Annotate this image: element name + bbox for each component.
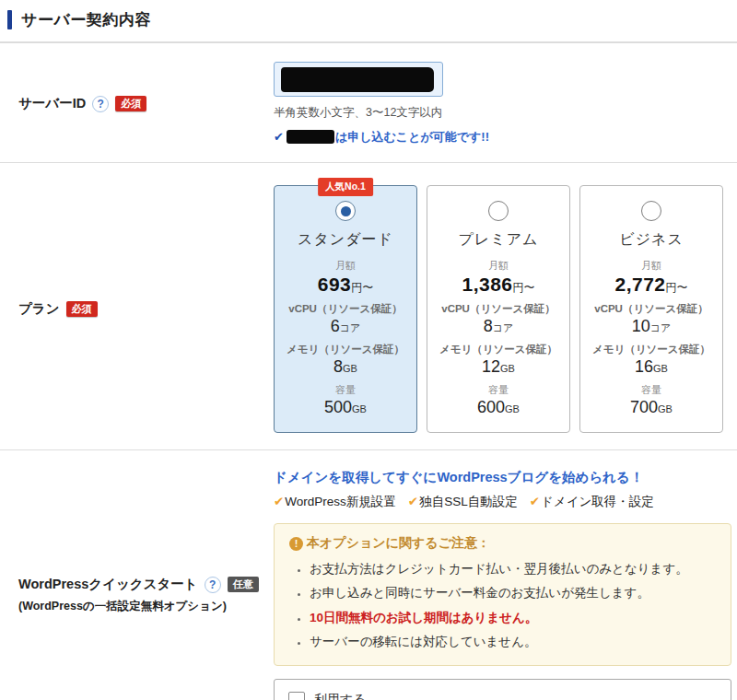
storage-value: 700GB <box>586 398 717 417</box>
plan-radio-premium[interactable] <box>488 201 509 221</box>
price-value: 1,386円〜 <box>433 274 564 296</box>
price-label: 月額 <box>433 259 564 273</box>
optional-badge: 任意 <box>228 577 259 592</box>
plan-name: ビジネス <box>586 230 717 250</box>
popular-no1-badge: 人気No.1 <box>318 178 373 196</box>
server-id-availability: ✔は申し込むことが可能です!! <box>274 129 730 146</box>
storage-label: 容量 <box>280 383 411 397</box>
price-value: 2,772円〜 <box>586 274 717 296</box>
page-title: サーバー契約内容 <box>21 9 151 30</box>
cpu-value: 8コア <box>433 317 564 336</box>
plan-label-col: プラン 必須 <box>0 300 274 318</box>
wordpress-sublabel: (WordPressの一括設定無料オプション) <box>18 599 274 614</box>
plan-card-business[interactable]: ビジネス 月額 2,772円〜 vCPU（リソース保証） 10コア メモリ（リソ… <box>579 185 723 433</box>
plan-radio-business[interactable] <box>641 201 661 221</box>
notice-item-warning: 10日間無料のお試し期間はありません。 <box>310 606 716 630</box>
plan-name: プレミアム <box>433 230 564 250</box>
section-header: サーバー契約内容 <box>0 0 737 43</box>
cpu-label: vCPU（リソース保証） <box>280 302 411 316</box>
availability-text: は申し込むことが可能です!! <box>335 130 489 144</box>
server-id-helper-text: 半角英数小文字、3〜12文字以内 <box>274 105 730 121</box>
price-label: 月額 <box>586 259 717 273</box>
wordpress-help-icon[interactable]: ? <box>205 577 221 593</box>
title-accent-bar <box>7 10 12 29</box>
exclamation-icon: ! <box>289 537 303 551</box>
cpu-value: 10コア <box>586 317 717 336</box>
use-option-box[interactable]: 利用する <box>274 679 731 700</box>
check-icon: ✔ <box>274 130 284 144</box>
plan-row: プラン 必須 人気No.1 スタンダード 月額 693円〜 vCPU（リソース保… <box>0 163 737 450</box>
server-id-label-col: サーバーID ? 必須 <box>0 95 274 112</box>
plan-card-premium[interactable]: プレミアム 月額 1,386円〜 vCPU（リソース保証） 8コア メモリ（リソ… <box>427 185 570 433</box>
server-id-redacted-value <box>281 67 434 92</box>
server-id-help-icon[interactable]: ? <box>92 96 109 112</box>
wordpress-quickstart-row: WordPressクイックスタート ? 任意 (WordPressの一括設定無料… <box>0 450 737 700</box>
memory-value: 12GB <box>433 357 564 377</box>
feature-item: ✔ドメイン取得・設定 <box>530 494 654 510</box>
feature-item: ✔独自SSL自動設定 <box>408 494 518 510</box>
option-notice-box: ! 本オプションに関するご注意： お支払方法はクレジットカード払い・翌月後払いの… <box>274 523 731 666</box>
check-icon: ✔ <box>408 495 418 508</box>
server-id-input[interactable] <box>274 62 443 97</box>
required-badge: 必須 <box>66 301 98 317</box>
server-id-row: サーバーID ? 必須 半角英数小文字、3〜12文字以内 ✔は申し込むことが可能… <box>0 43 737 163</box>
wordpress-features: ✔WordPress新規設置 ✔独自SSL自動設定 ✔ドメイン取得・設定 <box>274 494 731 510</box>
wordpress-content: ドメインを取得してすぐにWordPressブログを始められる！ ✔WordPre… <box>274 469 737 700</box>
notice-item: お支払方法はクレジットカード払い・翌月後払いのみとなります。 <box>310 557 716 581</box>
plan-radio-standard[interactable] <box>335 201 356 221</box>
server-id-redacted-name <box>287 130 334 144</box>
wordpress-label-col: WordPressクイックスタート ? 任意 (WordPressの一括設定無料… <box>0 576 274 614</box>
wordpress-label: WordPressクイックスタート <box>18 576 198 593</box>
server-contract-page: サーバー契約内容 サーバーID ? 必須 半角英数小文字、3〜12文字以内 ✔は… <box>0 0 737 700</box>
memory-value: 8GB <box>280 357 411 377</box>
server-id-content: 半角英数小文字、3〜12文字以内 ✔は申し込むことが可能です!! <box>274 62 737 146</box>
memory-label: メモリ（リソース保証） <box>280 343 411 356</box>
storage-value: 600GB <box>433 398 564 417</box>
storage-value: 500GB <box>280 398 411 417</box>
use-option-label: 利用する <box>314 692 367 700</box>
storage-label: 容量 <box>433 383 564 397</box>
required-badge: 必須 <box>115 96 146 111</box>
storage-label: 容量 <box>586 383 717 397</box>
price-value: 693円〜 <box>280 274 411 296</box>
memory-value: 16GB <box>586 357 717 377</box>
memory-label: メモリ（リソース保証） <box>433 343 564 356</box>
wordpress-headline: ドメインを取得してすぐにWordPressブログを始められる！ <box>274 469 731 486</box>
cpu-value: 6コア <box>280 317 411 336</box>
cpu-label: vCPU（リソース保証） <box>433 302 564 316</box>
notice-item: お申し込みと同時にサーバー料金のお支払いが発生します。 <box>310 581 716 605</box>
memory-label: メモリ（リソース保証） <box>586 343 717 356</box>
notice-list: お支払方法はクレジットカード払い・翌月後払いのみとなります。 お申し込みと同時に… <box>310 557 716 654</box>
cpu-label: vCPU（リソース保証） <box>586 302 717 316</box>
check-icon: ✔ <box>274 495 284 508</box>
notice-item: サーバーの移転には対応していません。 <box>310 630 716 654</box>
plan-label: プラン <box>18 300 60 318</box>
use-option-checkbox[interactable] <box>288 692 305 700</box>
notice-title: ! 本オプションに関するご注意： <box>289 535 716 552</box>
feature-item: ✔WordPress新規設置 <box>274 494 396 510</box>
server-id-label: サーバーID <box>18 95 86 112</box>
plan-content: 人気No.1 スタンダード 月額 693円〜 vCPU（リソース保証） 6コア … <box>274 185 737 433</box>
check-icon: ✔ <box>530 495 540 508</box>
price-label: 月額 <box>280 259 411 273</box>
plan-card-standard[interactable]: 人気No.1 スタンダード 月額 693円〜 vCPU（リソース保証） 6コア … <box>274 185 417 433</box>
plan-name: スタンダード <box>280 230 411 250</box>
